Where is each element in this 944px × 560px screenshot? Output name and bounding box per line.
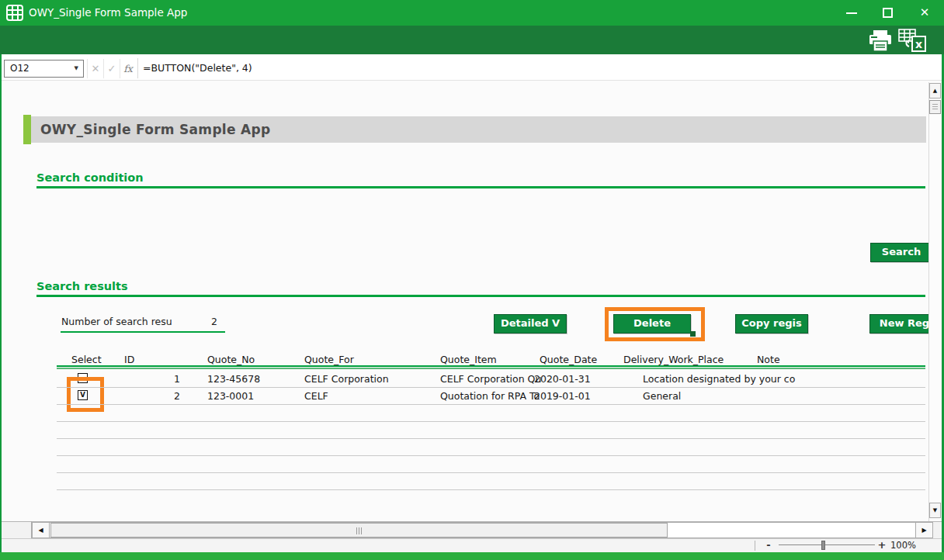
copy-registration-button[interactable]: Copy regis — [735, 314, 808, 334]
row1-quote-no: 123-45678 — [207, 373, 260, 385]
row2-delivery-work-place: General — [643, 390, 681, 402]
row2-id: 2 — [124, 390, 180, 402]
zoom-out-button[interactable]: - — [763, 538, 774, 551]
formula-enter-icon[interactable]: ✓ — [104, 60, 120, 78]
results-count-value: 2 — [211, 316, 217, 327]
results-count-underline — [61, 331, 225, 333]
minimize-icon — [846, 12, 857, 14]
row2-quote-item: Quotation for RPA To — [440, 390, 543, 402]
zoom-level: 100% — [890, 538, 916, 552]
results-count-label: Number of search resu — [61, 316, 172, 327]
row1-quote-for: CELF Corporation — [304, 373, 389, 385]
zoom-slider-track[interactable] — [779, 544, 875, 545]
formula-cancel-icon[interactable]: ✕ — [88, 60, 103, 78]
column-header-quote-item: Quote_Item — [440, 354, 497, 365]
app-window: OWY_Single Form Sample App ✕ x — [0, 0, 944, 560]
column-header-delivery-work-place: Delivery_Work_Place — [623, 354, 724, 365]
table-row-divider — [57, 387, 925, 388]
title-bar: OWY_Single Form Sample App ✕ — [0, 0, 944, 26]
page-title: OWY_Single Form Sample App — [40, 116, 926, 143]
row2-select-checkbox[interactable]: V — [78, 390, 88, 400]
column-header-select: Select — [71, 354, 102, 365]
zoom-in-button[interactable]: + — [876, 538, 887, 551]
row1-quote-item: CELF Corporation Qu — [440, 373, 543, 385]
window-bottom-bar — [0, 552, 944, 560]
table-row-divider — [57, 421, 925, 422]
row1-quote-date: 2020-01-31 — [534, 373, 591, 385]
section-underline — [36, 295, 925, 297]
scroll-up-icon[interactable]: ▲ — [929, 83, 941, 99]
svg-text:x: x — [915, 38, 922, 50]
row1-delivery-work-place: Location designated by your co — [643, 373, 795, 385]
scroll-right-icon[interactable]: ▶ — [915, 523, 932, 538]
vertical-scrollbar-thumb[interactable] — [929, 100, 941, 114]
column-header-id: ID — [124, 354, 134, 365]
maximize-icon — [883, 8, 893, 18]
table-row-divider — [57, 489, 925, 490]
search-results-title: Search results — [36, 280, 128, 292]
heading-banner: OWY_Single Form Sample App — [31, 116, 926, 143]
search-button[interactable]: Search — [870, 243, 932, 262]
table-header-underline — [57, 365, 925, 369]
print-icon[interactable] — [867, 29, 894, 52]
row2-quote-for: CELF — [304, 390, 328, 402]
row2-quote-no: 123-0001 — [207, 390, 254, 402]
scroll-down-icon[interactable]: ▼ — [929, 503, 941, 518]
namebox-dropdown-icon[interactable]: ▼ — [75, 60, 78, 77]
window-title: OWY_Single Form Sample App — [29, 0, 187, 26]
name-box[interactable]: O12 ▼ — [4, 60, 84, 78]
horizontal-scrollbar-thumb[interactable] — [50, 523, 668, 538]
section-underline — [36, 186, 925, 188]
window-border — [0, 54, 2, 560]
maximize-button[interactable] — [874, 0, 901, 26]
minimize-button[interactable] — [838, 0, 865, 26]
formula-input[interactable]: =BUTTON("Delete", 4) — [137, 58, 940, 78]
row1-select-checkbox[interactable]: V — [78, 373, 88, 383]
app-icon — [6, 5, 23, 21]
divider — [755, 541, 755, 551]
table-row-divider — [57, 472, 925, 473]
toolbar — [0, 26, 944, 54]
column-header-quote-no: Quote_No — [207, 354, 255, 365]
column-header-quote-for: Quote_For — [304, 354, 354, 365]
column-header-quote-date: Quote_Date — [540, 354, 597, 365]
zoom-slider-thumb[interactable] — [821, 541, 825, 550]
heading-accent-bar — [23, 115, 31, 144]
insert-function-icon[interactable]: fx — [120, 60, 136, 78]
table-row-divider — [57, 455, 925, 456]
checkbox-check-icon: V — [80, 391, 85, 399]
search-condition-title: Search condition — [36, 171, 144, 184]
table-row-divider — [57, 438, 925, 439]
status-bar — [0, 538, 944, 552]
cell-reference: O12 — [10, 60, 30, 77]
row2-quote-date: 2019-01-01 — [534, 390, 591, 402]
scroll-left-icon[interactable]: ◀ — [33, 523, 50, 538]
vertical-scrollbar[interactable] — [928, 82, 941, 521]
export-excel-icon[interactable]: x — [898, 29, 927, 53]
table-row-divider — [57, 404, 925, 405]
close-button[interactable]: ✕ — [911, 0, 938, 26]
row1-id: 1 — [124, 373, 180, 385]
detailed-view-button[interactable]: Detailed V — [494, 314, 567, 334]
delete-button[interactable]: Delete — [613, 314, 691, 334]
column-header-note: Note — [757, 354, 780, 365]
